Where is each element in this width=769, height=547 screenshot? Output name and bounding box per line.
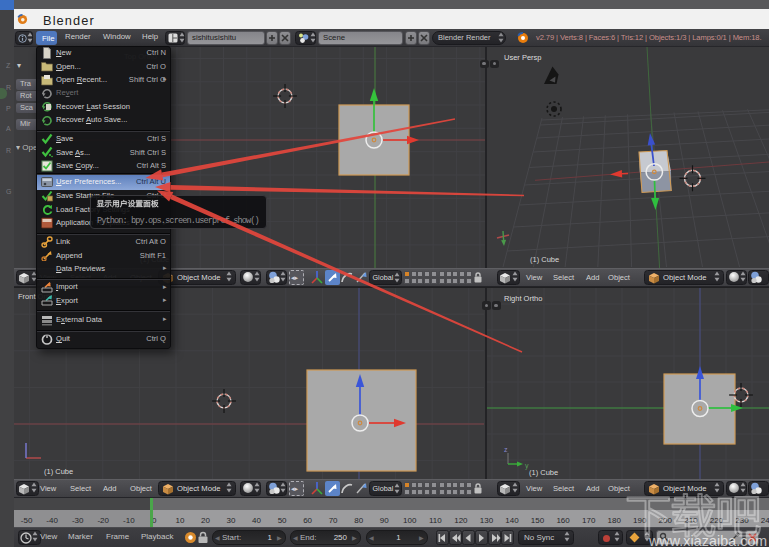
svg-text:Top Ortho: Top Ortho — [124, 52, 157, 61]
svg-text:Right Ortho: Right Ortho — [504, 294, 542, 303]
svg-text:(1) Cube: (1) Cube — [529, 468, 558, 477]
svg-text:(1) Cube: (1) Cube — [530, 255, 559, 264]
svg-text:(1) Cube: (1) Cube — [44, 467, 73, 476]
svg-text:User Persp: User Persp — [504, 53, 542, 62]
svg-text:z: z — [504, 446, 508, 453]
svg-text:Front Ortho: Front Ortho — [18, 292, 56, 301]
svg-text:y: y — [525, 462, 529, 470]
svg-text:(1) Cube: (1) Cube — [140, 255, 169, 264]
